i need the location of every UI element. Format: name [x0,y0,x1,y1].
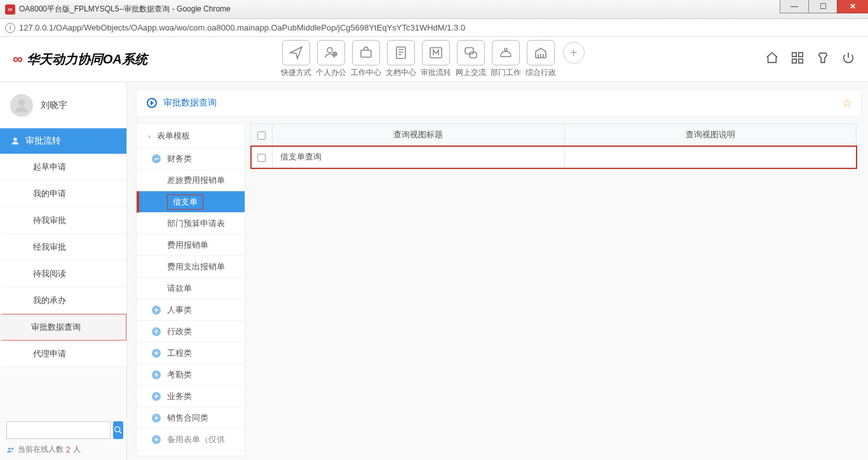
brand-text: 华天动力协同OA系统 [27,51,147,68]
app-favicon: ∞ [5,4,15,15]
header-checkbox-cell [251,124,273,146]
maximize-button[interactable]: ☐ [808,0,837,13]
svg-rect-9 [799,53,803,57]
user-block[interactable]: 刘晓宇 [0,83,126,128]
left-sidebar: 刘晓宇 审批流转 起草申请我的申请待我审批经我审批待我阅读我的承办审批数据查询代… [0,83,127,460]
nav-online[interactable]: 网上交流 [456,40,486,78]
minimize-button[interactable]: — [780,0,809,13]
svg-rect-2 [361,50,371,57]
url-text: 127.0.0.1/OAapp/WebObjects/OAapp.woa/wo/… [19,23,465,32]
svg-point-15 [8,447,10,450]
tree-category[interactable]: +考勤类 [137,364,245,386]
expand-icon: + [152,414,161,423]
svg-point-0 [327,48,332,53]
nav-dept[interactable]: 部门工作 [491,40,521,78]
info-icon: i [5,23,15,33]
expand-icon: + [152,306,161,315]
tree-category[interactable]: +销售合同类 [137,407,245,429]
tree-leaf[interactable]: 部门预算申请表 [137,213,245,234]
nav-admin[interactable]: 综合行政 [526,40,556,78]
sidebar-item[interactable]: 待我审批 [0,207,126,234]
tree-category[interactable]: +备用表单（仅供 [137,429,245,450]
breadcrumb-label: 审批数据查询 [163,97,217,109]
expand-icon: + [152,435,161,444]
table-panel: 查询视图标题 查询视图说明 借支单查询 [245,123,862,456]
nav-add-button[interactable]: + [563,42,585,64]
sidebar-item[interactable]: 我的申请 [0,180,126,207]
tree-leaf[interactable]: 费用支出报销单 [137,256,245,278]
row-checkbox[interactable] [257,154,266,162]
address-bar[interactable]: i 127.0.0.1/OAapp/WebObjects/OAapp.woa/w… [0,19,868,37]
svg-rect-3 [397,47,405,58]
close-button[interactable]: ✕ [837,0,868,13]
tree-leaf[interactable]: 费用报销单 [137,234,245,256]
apps-icon[interactable] [790,51,804,67]
row-desc [564,146,857,168]
side-section-approval[interactable]: 审批流转 [0,128,126,154]
users-icon [6,445,15,454]
svg-point-16 [11,447,13,450]
favorite-star-icon[interactable]: ☆ [842,96,852,110]
nav-doccenter[interactable]: 文档中心 [386,40,416,78]
sidebar-bottom: 当前在线人数 2人 [0,416,126,460]
template-tree: ›表单模板 −财务类 差旅费用报销单借支单部门预算申请表费用报销单费用支出报销单… [136,123,245,456]
svg-point-14 [115,427,120,432]
sidebar-item[interactable]: 经我审批 [0,234,126,260]
tree-header[interactable]: ›表单模板 [137,124,245,148]
nav-approval[interactable]: 审批流转 [421,40,451,78]
workspace: ›表单模板 −财务类 差旅费用报销单借支单部门预算申请表费用报销单费用支出报销单… [136,123,862,456]
top-nav: 快捷方式 个人办公 工作中心 文档中心 审批流转 网上交流 部门工作 综合行政 … [281,40,585,78]
sidebar-item[interactable]: 起草申请 [0,154,126,180]
select-all-checkbox[interactable] [257,132,266,140]
sidebar-search-button[interactable] [113,421,123,439]
tree-leaf[interactable]: 差旅费用报销单 [137,170,245,191]
tree-category[interactable]: +工程类 [137,342,245,364]
table-row[interactable]: 借支单查询 [251,146,857,168]
online-count: 2 [66,445,71,454]
expand-icon: + [152,392,161,401]
sidebar-item[interactable]: 待我阅读 [0,260,126,287]
online-users: 当前在线人数 2人 [6,444,120,455]
home-icon[interactable] [765,51,779,67]
svg-rect-10 [792,59,796,63]
sidebar-item[interactable]: 代理申请 [0,341,126,367]
tree-category[interactable]: +业务类 [137,386,245,407]
nav-quick[interactable]: 快捷方式 [281,40,311,78]
view-table: 查询视图标题 查询视图说明 借支单查询 [250,123,857,168]
nav-workcenter[interactable]: 工作中心 [351,40,381,78]
header-right-icons [765,51,855,67]
online-prefix: 当前在线人数 [18,444,64,455]
user-icon [10,136,20,146]
side-items: 起草申请我的申请待我审批经我审批待我阅读我的承办审批数据查询代理申请 [0,154,126,367]
tree-leaf[interactable]: 请款单 [137,278,245,299]
window-title: OA8000平台版_FPLMYSQL5--审批数据查询 - Google Chr… [19,4,231,15]
chevron-right-icon: › [148,132,151,140]
sidebar-item[interactable]: 审批数据查询 [0,314,126,341]
row-title: 借支单查询 [273,146,565,168]
nav-personal[interactable]: 个人办公 [316,40,346,78]
expand-icon: + [152,327,161,336]
breadcrumb-bar: 审批数据查询 ☆ [136,89,862,117]
online-suffix: 人 [73,444,81,455]
power-icon[interactable] [841,51,855,67]
svg-point-12 [18,99,25,106]
content-area: 审批数据查询 ☆ ›表单模板 −财务类 差旅费用报销单借支单部门预算申请表费用报… [127,83,868,460]
svg-rect-11 [799,59,803,63]
sidebar-item[interactable]: 我的承办 [0,287,126,314]
side-section-label: 审批流转 [25,135,61,147]
theme-icon[interactable] [816,51,830,67]
breadcrumb-icon [147,98,157,108]
svg-point-7 [505,48,507,51]
window-titlebar: ∞ OA8000平台版_FPLMYSQL5--审批数据查询 - Google C… [0,0,868,19]
tree-cat-finance[interactable]: −财务类 [137,148,245,170]
collapse-icon: − [152,154,161,163]
main-area: 刘晓宇 审批流转 起草申请我的申请待我审批经我审批待我阅读我的承办审批数据查询代… [0,83,868,460]
user-name: 刘晓宇 [41,100,67,111]
header-title: 查询视图标题 [273,124,565,146]
tree-leaf[interactable]: 借支单 [137,191,245,213]
brand-logo: ∞ 华天动力协同OA系统 [13,51,147,68]
tree-category[interactable]: +人事类 [137,299,245,321]
tree-category[interactable]: +行政类 [137,321,245,342]
header-desc: 查询视图说明 [564,124,857,146]
sidebar-search-input[interactable] [6,421,111,439]
